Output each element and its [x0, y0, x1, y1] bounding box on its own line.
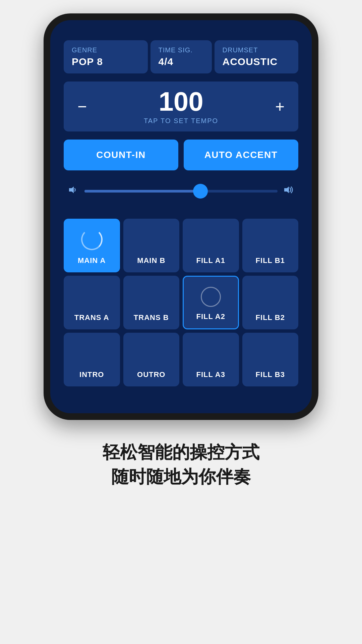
pad-outro-label: OUTRO [137, 370, 165, 379]
time-sig-selector[interactable]: TIME SIG. 4/4 [150, 40, 212, 73]
pad-fill-a2-circle [201, 287, 221, 307]
drumset-selector[interactable]: DRUMSET ACOUSTIC [215, 40, 299, 73]
pad-intro[interactable]: INTRO [64, 333, 120, 386]
tempo-minus-button[interactable]: − [64, 85, 101, 128]
tempo-value: 100 [107, 88, 255, 115]
drumset-value: ACOUSTIC [223, 56, 278, 67]
genre-selector[interactable]: GENRE POP 8 [64, 40, 148, 73]
volume-high-icon [283, 184, 295, 199]
pad-fill-a1[interactable]: FILL A1 [183, 219, 239, 272]
time-label: TIME SIG. [159, 46, 204, 54]
auto-accent-button[interactable]: AUTO ACCENT [184, 140, 298, 170]
pad-fill-b3-label: FILL B3 [256, 370, 285, 379]
volume-slider-fill [84, 190, 200, 193]
tempo-section: − 100 TAP TO SET TEMPO + [64, 82, 298, 131]
pad-main-a[interactable]: MAIN A [64, 219, 120, 272]
footer-text: 轻松智能的操控方式 随时随地为你伴奏 [89, 420, 273, 502]
pad-main-a-label: MAIN A [78, 256, 106, 265]
genre-label: GENRE [72, 46, 140, 54]
pad-intro-label: INTRO [79, 370, 104, 379]
volume-slider-track[interactable] [84, 190, 278, 193]
pad-main-b[interactable]: MAIN B [123, 219, 180, 272]
pad-fill-a3[interactable]: FILL A3 [183, 333, 239, 386]
pad-trans-a-label: TRANS A [74, 313, 109, 322]
pad-fill-b2-label: FILL B2 [256, 313, 285, 322]
drumset-label: DRUMSET [223, 46, 291, 54]
phone-screen: GENRE POP 8 TIME SIG. 4/4 DRUMSET ACOUST… [50, 20, 312, 413]
genre-value: POP 8 [72, 56, 103, 67]
action-buttons-row: COUNT-IN AUTO ACCENT [64, 140, 298, 170]
tempo-label: TAP TO SET TEMPO [107, 117, 255, 125]
count-in-button[interactable]: COUNT-IN [64, 140, 178, 170]
svg-marker-1 [284, 186, 289, 193]
pad-fill-a3-label: FILL A3 [196, 370, 225, 379]
pad-fill-a2[interactable]: FILL A2 [183, 276, 239, 329]
volume-low-icon [67, 184, 79, 199]
footer-line2: 随时随地为你伴奏 [103, 465, 259, 489]
phone-frame: GENRE POP 8 TIME SIG. 4/4 DRUMSET ACOUST… [44, 13, 318, 420]
pad-fill-b3[interactable]: FILL B3 [242, 333, 299, 386]
tempo-plus-button[interactable]: + [261, 85, 298, 128]
pad-fill-a1-label: FILL A1 [196, 256, 225, 265]
pad-fill-b2[interactable]: FILL B2 [242, 276, 299, 329]
pad-trans-b[interactable]: TRANS B [123, 276, 180, 329]
footer-line1: 轻松智能的操控方式 [103, 440, 259, 465]
pad-main-b-label: MAIN B [137, 256, 165, 265]
svg-marker-0 [69, 186, 74, 193]
tempo-tap-area[interactable]: 100 TAP TO SET TEMPO [101, 82, 261, 131]
pad-fill-b1-label: FILL B1 [256, 256, 285, 265]
pad-outro[interactable]: OUTRO [123, 333, 180, 386]
top-selector-row: GENRE POP 8 TIME SIG. 4/4 DRUMSET ACOUST… [64, 40, 298, 73]
pad-fill-b1[interactable]: FILL B1 [242, 219, 299, 272]
volume-slider-thumb[interactable] [193, 184, 208, 199]
time-value: 4/4 [159, 56, 174, 67]
pad-trans-a[interactable]: TRANS A [64, 276, 120, 329]
pad-fill-a2-label: FILL A2 [196, 312, 225, 321]
volume-row [64, 184, 298, 199]
pad-trans-b-label: TRANS B [134, 313, 169, 322]
pad-grid: MAIN A MAIN B FILL A1 FILL B1 TRANS A TR… [64, 219, 298, 386]
pad-main-a-arc [81, 229, 103, 250]
